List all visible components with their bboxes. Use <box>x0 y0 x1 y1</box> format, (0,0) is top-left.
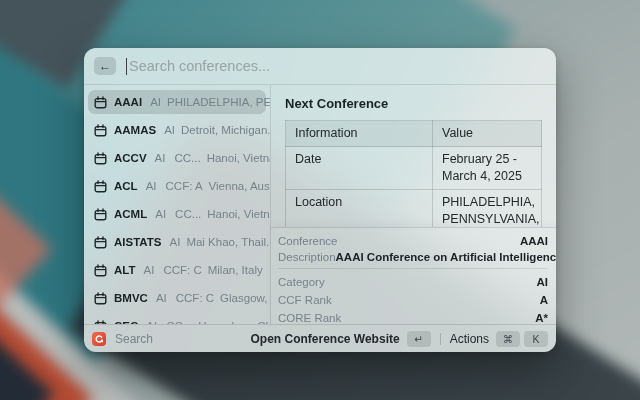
primary-action[interactable]: Open Conference Website ↵ <box>250 331 430 347</box>
footer-separator <box>440 333 441 345</box>
conference-list[interactable]: AAAI AI PHILADELPHIA, PE... AAMAS AI Det… <box>84 85 270 324</box>
conference-category-tag: AI <box>144 264 155 276</box>
metadata-value: AAAI <box>520 235 548 247</box>
conference-category-tag: AI <box>170 236 181 248</box>
launcher-window: ← AAAI AI PHILADELPHIA, PE... <box>84 48 556 352</box>
calendar-icon <box>94 124 107 137</box>
calendar-icon <box>94 292 107 305</box>
conference-acronym: ACML <box>114 208 147 220</box>
metadata-value: AAAI Conference on Artificial Intelligen… <box>336 251 556 263</box>
calendar-icon <box>94 96 107 109</box>
conference-category-tag: AI <box>155 208 166 220</box>
conference-list-item[interactable]: ALT AI CCF: C Milan, Italy <box>88 258 266 282</box>
conference-location: PHILADELPHIA, PE... <box>161 96 270 108</box>
command-key-badge: ⌘ <box>496 331 520 347</box>
table-header-value: Value <box>433 121 542 147</box>
conference-acronym: AISTATS <box>114 236 162 248</box>
metadata-label: CORE Rank <box>278 312 341 324</box>
conference-list-item[interactable]: CEC AI CC... Hangzhou, China <box>88 314 266 324</box>
conference-category-tag: AI <box>156 292 167 304</box>
table-cell-value: PHILADELPHIA, PENNSYLVANIA, USA <box>433 190 542 228</box>
conference-category-tag: AI <box>146 180 157 192</box>
conference-category-tag: AI <box>150 96 161 108</box>
conference-list-item[interactable]: AAMAS AI Detroit, Michigan... <box>88 118 266 142</box>
metadata-row: Conference AAAI <box>278 233 548 249</box>
conference-ccf-rank: CCF: A <box>166 180 203 192</box>
search-input[interactable] <box>127 58 546 74</box>
calendar-icon <box>94 152 107 165</box>
footer-bar: Search Open Conference Website ↵ Actions… <box>84 324 556 352</box>
conference-list-item[interactable]: AAAI AI PHILADELPHIA, PE... <box>88 90 266 114</box>
primary-action-label: Open Conference Website <box>250 332 399 346</box>
back-arrow-icon: ← <box>99 59 111 73</box>
k-key-badge: K <box>524 331 548 347</box>
window-body: AAAI AI PHILADELPHIA, PE... AAMAS AI Det… <box>84 85 556 324</box>
actions-label: Actions <box>450 332 489 346</box>
detail-metadata: Conference AAAI Description AAAI Confere… <box>271 227 556 324</box>
conference-acronym: ALT <box>114 264 136 276</box>
metadata-label: CCF Rank <box>278 294 332 306</box>
table-header-information: Information <box>286 121 433 147</box>
back-button[interactable]: ← <box>94 57 116 75</box>
conference-list-item[interactable]: AISTATS AI Mai Khao, Thail... <box>88 230 266 254</box>
conference-location: Vienna, Austria <box>203 180 270 192</box>
metadata-label: Conference <box>278 235 337 247</box>
metadata-row: Category AI <box>278 273 548 291</box>
metadata-label: Description <box>278 251 336 263</box>
conference-acronym: AAMAS <box>114 124 156 136</box>
conference-acronym: AAAI <box>114 96 142 108</box>
conference-category-tag: AI <box>155 152 166 164</box>
conference-location: Hanoi, Vietnam <box>201 208 270 220</box>
conference-location: Mai Khao, Thail... <box>180 236 270 248</box>
command-name: Search <box>115 332 153 346</box>
actions-button[interactable]: Actions ⌘ K <box>450 331 548 347</box>
conference-acronym: ACL <box>114 180 138 192</box>
metadata-row: CORE Rank A* <box>278 309 548 324</box>
table-cell-value: February 25 - March 4, 2025 <box>433 147 542 190</box>
detail-markdown-scroll[interactable]: Next Conference Information Value Date F… <box>271 85 556 227</box>
conference-ccf-rank: CC... <box>174 152 200 164</box>
table-body: Date February 25 - March 4, 2025 Locatio… <box>286 147 542 228</box>
metadata-label: Category <box>278 276 325 288</box>
table-row: Date February 25 - March 4, 2025 <box>286 147 542 190</box>
conference-ccf-rank: CCF: C <box>163 264 201 276</box>
detail-heading: Next Conference <box>285 96 542 111</box>
conference-ccf-rank: CCF: C <box>176 292 214 304</box>
metadata-divider <box>278 268 548 269</box>
conference-acronym: BMVC <box>114 292 148 304</box>
enter-key-badge: ↵ <box>407 331 431 347</box>
conference-list-item[interactable]: ACCV AI CC... Hanoi, Vietnam <box>88 146 266 170</box>
conference-category-tag: AI <box>164 124 175 136</box>
conference-list-item[interactable]: ACL AI CCF: A Vienna, Austria <box>88 174 266 198</box>
conference-ccf-rank: CC... <box>175 208 201 220</box>
extension-icon <box>92 332 106 346</box>
detail-panel: Next Conference Information Value Date F… <box>271 85 556 324</box>
metadata-row: CCF Rank A <box>278 291 548 309</box>
conference-location: Hanoi, Vietnam <box>201 152 270 164</box>
calendar-icon <box>94 180 107 193</box>
metadata-value: A* <box>535 312 548 324</box>
table-cell-information: Date <box>286 147 433 190</box>
metadata-value: A <box>540 294 548 306</box>
metadata-row: Description AAAI Conference on Artificia… <box>278 249 548 265</box>
conference-location: Milan, Italy <box>202 264 263 276</box>
conference-list-item[interactable]: BMVC AI CCF: C Glasgow, UK <box>88 286 266 310</box>
extension-icon-glyph <box>94 334 104 344</box>
next-conference-table: Information Value Date February 25 - Mar… <box>285 120 542 227</box>
calendar-icon <box>94 264 107 277</box>
table-row: Location PHILADELPHIA, PENNSYLVANIA, USA <box>286 190 542 228</box>
metadata-value: AI <box>537 276 549 288</box>
search-bar: ← <box>84 48 556 85</box>
table-cell-information: Location <box>286 190 433 228</box>
conference-location: Detroit, Michigan... <box>175 124 270 136</box>
calendar-icon <box>94 236 107 249</box>
conference-list-item[interactable]: ACML AI CC... Hanoi, Vietnam <box>88 202 266 226</box>
conference-location: Glasgow, UK <box>214 292 270 304</box>
table-header-row: Information Value <box>286 121 542 147</box>
conference-acronym: ACCV <box>114 152 147 164</box>
calendar-icon <box>94 208 107 221</box>
